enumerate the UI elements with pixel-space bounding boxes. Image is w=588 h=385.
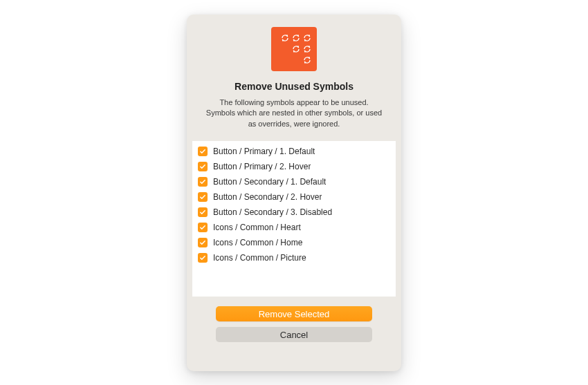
checkmark-icon[interactable]	[198, 162, 208, 171]
checkmark-icon[interactable]	[198, 192, 208, 202]
symbol-list[interactable]: Button / Primary / 1. DefaultButton / Pr…	[192, 141, 396, 297]
checkmark-icon[interactable]	[198, 223, 208, 232]
checkmark-icon[interactable]	[198, 177, 208, 187]
symbols-grid-icon	[271, 27, 317, 71]
checkmark-icon[interactable]	[198, 238, 208, 247]
checkmark-icon[interactable]	[198, 207, 208, 217]
symbol-label: Button / Primary / 2. Hover	[213, 162, 311, 171]
symbol-label: Button / Secondary / 2. Hover	[213, 192, 322, 202]
list-item[interactable]: Icons / Common / Heart	[192, 220, 396, 235]
remove-unused-symbols-dialog: Remove Unused Symbols The following symb…	[187, 15, 401, 371]
checkmark-icon[interactable]	[198, 253, 208, 263]
list-item[interactable]: Icons / Common / Picture	[192, 250, 396, 265]
list-item[interactable]: Button / Secondary / 3. Disabled	[192, 205, 396, 220]
dialog-description: The following symbols appear to be unuse…	[195, 97, 393, 131]
dialog-title: Remove Unused Symbols	[195, 81, 393, 92]
symbol-label: Icons / Common / Picture	[213, 253, 306, 263]
list-item[interactable]: Button / Primary / 1. Default	[192, 144, 396, 159]
symbol-label: Icons / Common / Home	[213, 238, 302, 247]
symbol-label: Icons / Common / Heart	[213, 223, 301, 232]
list-item[interactable]: Button / Secondary / 2. Hover	[192, 189, 396, 205]
list-item[interactable]: Button / Secondary / 1. Default	[192, 174, 396, 189]
symbol-label: Button / Primary / 1. Default	[213, 147, 315, 156]
cancel-button[interactable]: Cancel	[216, 327, 372, 342]
button-bar: Remove Selected Cancel	[195, 306, 393, 342]
symbol-label: Button / Secondary / 3. Disabled	[213, 207, 332, 217]
symbol-label: Button / Secondary / 1. Default	[213, 177, 326, 187]
remove-selected-button[interactable]: Remove Selected	[216, 306, 372, 321]
list-item[interactable]: Icons / Common / Home	[192, 235, 396, 250]
checkmark-icon[interactable]	[198, 147, 208, 156]
list-item[interactable]: Button / Primary / 2. Hover	[192, 159, 396, 174]
